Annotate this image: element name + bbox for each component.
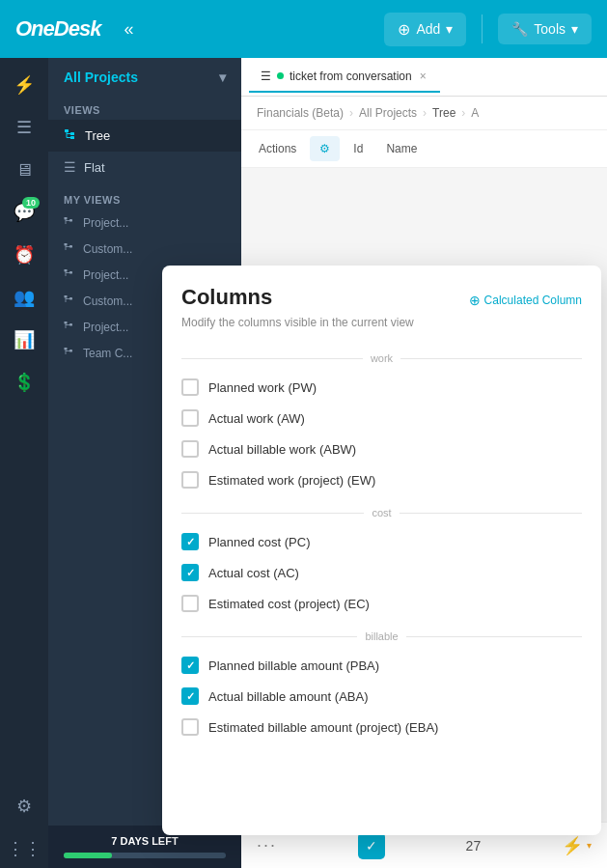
my-view-icon-1 xyxy=(64,215,75,230)
modal-title-row: Columns ⊕ Calculated Column xyxy=(181,285,582,316)
col-item-abw: Actual billable work (ABW) xyxy=(181,434,582,464)
sidebar-item-team[interactable]: 👥 xyxy=(5,278,43,317)
my-view-icon-6 xyxy=(64,346,75,360)
breadcrumb-sep-1: › xyxy=(349,106,353,120)
name-column-button[interactable]: Name xyxy=(376,136,427,161)
add-circle-icon: ⊕ xyxy=(469,293,481,308)
checkbox-aba[interactable] xyxy=(181,687,199,705)
actions-button[interactable]: Actions xyxy=(249,136,306,161)
checkbox-pba[interactable] xyxy=(181,657,199,674)
gear-button[interactable]: ⚙ xyxy=(310,136,340,161)
checkbox-ec[interactable] xyxy=(181,595,199,612)
svg-rect-23 xyxy=(69,323,72,326)
col-item-ac: Actual cost (AC) xyxy=(181,557,582,588)
bottom-lightning-button[interactable]: ⚡ ▾ xyxy=(562,835,592,856)
sidebar-item-dollar[interactable]: 💲 xyxy=(5,363,43,402)
lightning-icon: ⚡ xyxy=(562,835,583,856)
svg-rect-14 xyxy=(65,269,68,272)
my-view-icon-2 xyxy=(64,241,75,256)
sidebar-item-lightning[interactable]: ⚡ xyxy=(5,66,43,104)
col-item-aw: Actual work (AW) xyxy=(181,403,582,434)
tools-dropdown-icon: ▾ xyxy=(571,21,578,37)
days-left-text: 7 DAYS LEFT xyxy=(64,835,226,847)
toolbar: Actions ⚙ Id Name xyxy=(241,130,607,168)
svg-rect-10 xyxy=(65,243,68,246)
my-view-item-1[interactable]: Project... xyxy=(48,210,241,236)
sidebar-item-settings[interactable]: ⚙ xyxy=(5,787,43,826)
section-cost: cost xyxy=(181,507,582,518)
sidebar-item-chart[interactable]: 📊 xyxy=(5,321,43,359)
chat-badge: 10 xyxy=(22,197,40,209)
modal-subtitle: Modify the columns visible in the curren… xyxy=(181,316,582,329)
checkbox-eba[interactable] xyxy=(181,718,199,736)
col-item-ew: Estimated work (project) (EW) xyxy=(181,464,582,495)
svg-rect-27 xyxy=(69,350,72,352)
tab-ticket-conversation[interactable]: ☰ ticket from conversation × xyxy=(249,62,440,93)
modal-title: Columns xyxy=(181,285,272,310)
bottom-dots[interactable]: ··· xyxy=(257,835,277,855)
sidebar-item-monitor[interactable]: 🖥 xyxy=(5,151,43,189)
checkbox-pw[interactable] xyxy=(181,378,199,396)
view-item-tree[interactable]: Tree xyxy=(48,120,241,152)
checkbox-ew[interactable] xyxy=(181,471,199,489)
sidebar-item-chat[interactable]: 💬 10 xyxy=(5,193,43,232)
my-view-icon-4 xyxy=(64,294,75,308)
svg-rect-22 xyxy=(65,322,68,324)
col-item-aba: Actual billable amount (ABA) xyxy=(181,681,582,712)
sidebar-item-grid[interactable]: ⋮⋮ xyxy=(5,829,43,868)
my-view-icon-3 xyxy=(64,267,75,282)
svg-rect-26 xyxy=(65,348,68,350)
my-view-item-2[interactable]: Custom... xyxy=(48,236,241,262)
tree-view-icon xyxy=(64,127,77,144)
checkbox-aw[interactable] xyxy=(181,409,199,427)
sidebar-header[interactable]: All Projects ▾ xyxy=(48,58,241,97)
breadcrumb-a: A xyxy=(471,106,479,120)
divider xyxy=(482,14,483,43)
breadcrumb-tree: Tree xyxy=(432,106,455,120)
breadcrumb-allprojects: All Projects xyxy=(359,106,417,120)
add-button[interactable]: ⊕ Add ▾ xyxy=(384,13,466,46)
breadcrumb-sep-3: › xyxy=(461,106,465,120)
svg-rect-7 xyxy=(69,219,72,222)
modal-body: work Planned work (PW) Actual work (AW) … xyxy=(162,341,601,835)
sidebar-item-list[interactable]: ☰ xyxy=(5,108,43,147)
col-item-pc: Planned cost (PC) xyxy=(181,526,582,557)
columns-modal[interactable]: Columns ⊕ Calculated Column Modify the c… xyxy=(162,266,601,835)
flat-view-icon: ☰ xyxy=(64,159,76,175)
svg-rect-6 xyxy=(65,217,68,220)
svg-rect-18 xyxy=(65,295,68,298)
tools-button[interactable]: 🔧 Tools ▾ xyxy=(498,14,592,44)
collapse-button[interactable]: « xyxy=(124,19,133,40)
logo: OneDesk xyxy=(15,16,100,42)
add-dropdown-icon: ▾ xyxy=(446,21,453,37)
progress-fill xyxy=(64,853,112,858)
section-work: work xyxy=(181,352,582,364)
view-item-flat[interactable]: ☰ Flat xyxy=(48,152,241,182)
svg-rect-19 xyxy=(69,297,72,300)
checkbox-ac[interactable] xyxy=(181,564,199,581)
checkbox-pc[interactable] xyxy=(181,533,199,550)
calculated-column-button[interactable]: ⊕ Calculated Column xyxy=(469,293,582,308)
col-item-pw: Planned work (PW) xyxy=(181,372,582,403)
tab-bar: ☰ ticket from conversation × xyxy=(241,58,607,97)
breadcrumb-financials: Financials (Beta) xyxy=(257,106,344,120)
progress-bar xyxy=(64,853,226,858)
sidebar-item-clock[interactable]: ⏰ xyxy=(5,236,43,274)
tab-icon: ☰ xyxy=(261,70,271,83)
svg-rect-15 xyxy=(69,271,72,274)
svg-rect-2 xyxy=(70,136,74,139)
icon-sidebar: ⚡ ☰ 🖥 💬 10 ⏰ 👥 📊 💲 ⚙ ⋮⋮ xyxy=(0,58,48,868)
topbar: OneDesk « ⊕ Add ▾ 🔧 Tools ▾ xyxy=(0,0,607,58)
svg-rect-1 xyxy=(70,132,74,135)
breadcrumb: Financials (Beta) › All Projects › Tree … xyxy=(241,97,607,130)
bottom-number: 27 xyxy=(466,838,482,854)
col-item-ec: Estimated cost (project) (EC) xyxy=(181,588,582,619)
bottom-check[interactable]: ✓ xyxy=(358,832,385,859)
svg-rect-11 xyxy=(69,245,72,248)
breadcrumb-sep-2: › xyxy=(423,106,427,120)
id-column-button[interactable]: Id xyxy=(344,136,372,161)
checkbox-abw[interactable] xyxy=(181,440,199,458)
views-section-label: VIEWS xyxy=(48,97,241,120)
add-icon: ⊕ xyxy=(398,20,410,39)
tab-close-button[interactable]: × xyxy=(418,70,428,83)
